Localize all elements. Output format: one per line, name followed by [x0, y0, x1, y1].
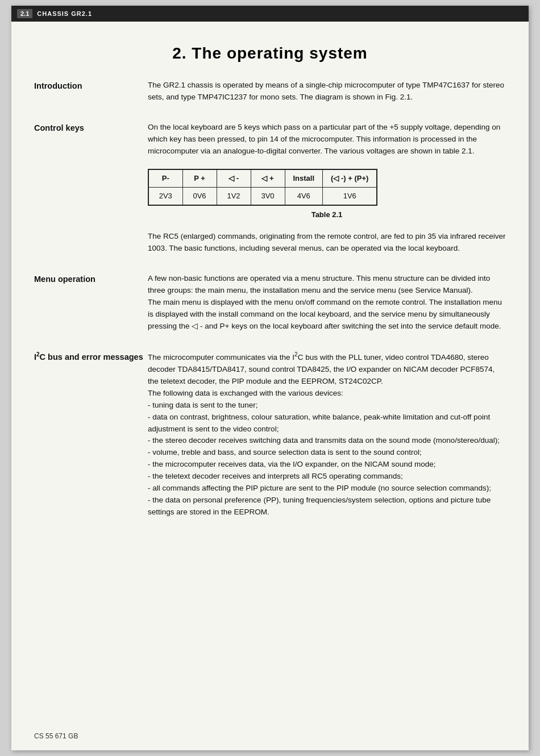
control-keys-heading-col: Control keys: [34, 122, 148, 255]
header-bar: 2.1 CHASSIS GR2.1: [11, 6, 529, 22]
menu-operation-body: A few non-basic functions are operated v…: [148, 273, 506, 333]
table-container: P- P + ◁ - ◁ + Install (◁ -) + (P+) 2V3: [148, 169, 506, 226]
cell-4v6: 4V6: [285, 187, 323, 205]
i2c-heading: I2C bus and error messages: [34, 352, 143, 362]
menu-operation-heading-col: Menu operation: [34, 273, 148, 333]
i2c-body: The microcomputer communicates via the I…: [148, 350, 506, 518]
introduction-heading: Introduction: [34, 81, 82, 90]
control-keys-body: On the local keyboard are 5 keys which p…: [148, 122, 506, 255]
menu-operation-text: A few non-basic functions are operated v…: [148, 273, 506, 333]
menu-operation-section: Menu operation A few non-basic functions…: [34, 273, 506, 333]
cell-2v3: 2V3: [148, 187, 182, 205]
introduction-section: Introduction The GR2.1 chassis is operat…: [34, 80, 506, 103]
menu-operation-heading: Menu operation: [34, 275, 95, 284]
section-number: 2.1: [17, 9, 32, 18]
control-keys-text-after: The RC5 (enlarged) commands, originating…: [148, 231, 506, 255]
i2c-heading-col: I2C bus and error messages: [34, 350, 148, 518]
table-row: 2V3 0V6 1V2 3V0 4V6 1V6: [148, 187, 377, 205]
page-title: 2. The operating system: [34, 44, 506, 63]
control-keys-heading: Control keys: [34, 123, 84, 132]
col-header-install: Install: [285, 169, 323, 188]
table-caption: Table 2.1: [148, 209, 506, 221]
col-header-combo: (◁ -) + (P+): [323, 169, 377, 188]
cell-1v2: 1V2: [217, 187, 251, 205]
cell-0v6: 0V6: [182, 187, 217, 205]
col-header-p-minus: P-: [148, 169, 182, 188]
control-keys-text: On the local keyboard are 5 keys which p…: [148, 122, 506, 157]
chassis-label: CHASSIS GR2.1: [37, 10, 92, 17]
introduction-text: The GR2.1 chassis is operated by means o…: [148, 80, 506, 103]
page-content: 2. The operating system Introduction The…: [11, 22, 529, 551]
cell-1v6: 1V6: [323, 187, 377, 205]
table-header-row: P- P + ◁ - ◁ + Install (◁ -) + (P+): [148, 169, 377, 188]
voltage-table: P- P + ◁ - ◁ + Install (◁ -) + (P+) 2V3: [148, 169, 377, 206]
i2c-bus-section: I2C bus and error messages The microcomp…: [34, 350, 506, 518]
introduction-body: The GR2.1 chassis is operated by means o…: [148, 80, 506, 103]
page: 2.1 CHASSIS GR2.1 2. The operating syste…: [11, 6, 529, 750]
col-header-vol-plus: ◁ +: [251, 169, 285, 188]
cell-3v0: 3V0: [251, 187, 285, 205]
col-header-p-plus: P +: [182, 169, 217, 188]
i2c-text: The microcomputer communicates via the I…: [148, 350, 506, 518]
footer: CS 55 671 GB: [34, 732, 78, 740]
introduction-heading-col: Introduction: [34, 80, 148, 103]
col-header-vol-minus: ◁ -: [217, 169, 251, 188]
control-keys-section: Control keys On the local keyboard are 5…: [34, 122, 506, 255]
footer-text: CS 55 671 GB: [34, 732, 78, 740]
